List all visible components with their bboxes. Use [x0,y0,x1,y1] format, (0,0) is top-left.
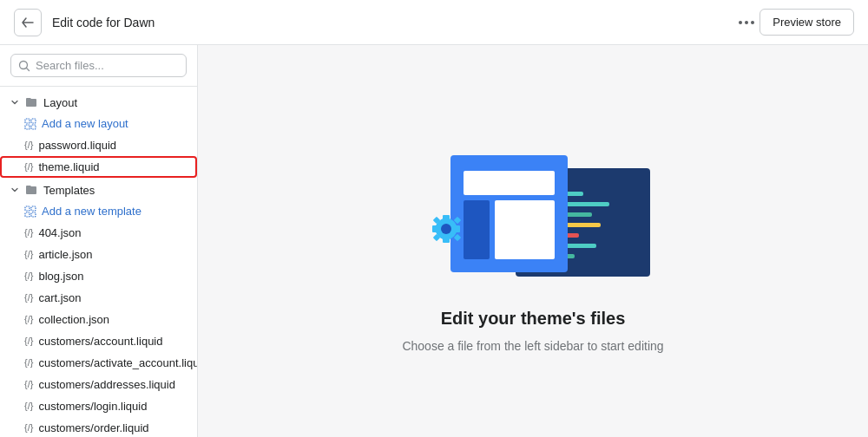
sidebar-scroll: Layout Add a new layout {/} password.liq… [0,87,197,437]
customers-login-item[interactable]: {/} customers/login.liquid [0,395,197,417]
cart-json-label: cart.json [38,291,81,304]
blog-json-label: blog.json [38,270,83,283]
grid-icon-template [24,205,36,218]
liquid-icon-theme: {/} [24,162,33,172]
liquid-icon: {/} [24,140,33,150]
chevron-down-icon [10,98,19,107]
customers-addresses-item[interactable]: {/} customers/addresses.liquid [0,374,197,395]
article-json-item[interactable]: {/} article.json [0,244,197,265]
folder-icon-templates [24,183,38,197]
layout-section-label: Layout [43,96,77,109]
svg-rect-19 [464,200,490,259]
add-template-label: Add a new template [42,205,141,218]
svg-rect-5 [25,206,30,211]
customers-account-item[interactable]: {/} customers/account.liquid [0,330,197,352]
404-json-label: 404.json [38,226,81,239]
svg-rect-18 [464,171,555,195]
search-input[interactable] [36,59,179,72]
blog-json-item[interactable]: {/} blog.json [0,265,197,287]
svg-rect-1 [25,119,30,123]
liquid-icon-collection: {/} [24,315,33,324]
customers-account-label: customers/account.liquid [38,335,162,348]
theme-liquid-label: theme.liquid [38,160,99,173]
customers-order-item[interactable]: {/} customers/order.liquid [0,417,197,437]
liquid-icon-addresses: {/} [24,380,33,389]
sidebar-section-layout[interactable]: Layout [0,90,197,113]
search-input-wrap [10,54,187,77]
theme-illustration [403,129,663,298]
add-template-item[interactable]: Add a new template [0,200,197,222]
grid-icon [24,118,36,130]
svg-rect-2 [31,119,36,123]
add-layout-label: Add a new layout [42,117,128,130]
back-button[interactable] [14,9,42,36]
theme-liquid-item[interactable]: {/} theme.liquid [0,156,197,178]
password-liquid-label: password.liquid [38,139,116,152]
welcome-title-text: Edit your theme's files [441,309,626,328]
dot-2 [745,21,748,24]
404-json-item[interactable]: {/} 404.json [0,222,197,244]
sidebar-section-templates[interactable]: Templates [0,178,197,200]
svg-rect-26 [454,225,460,232]
dot-3 [751,21,754,24]
welcome-title: Edit your theme's files [441,309,626,329]
search-box [0,45,197,87]
sidebar: Layout Add a new layout {/} password.liq… [0,45,198,437]
liquid-icon-article: {/} [24,250,33,259]
svg-rect-20 [495,200,555,259]
welcome-box: Edit your theme's files Choose a file fr… [402,129,663,353]
liquid-icon-activate: {/} [24,358,33,368]
article-json-label: article.json [38,248,92,261]
customers-login-label: customers/login.liquid [38,400,147,413]
svg-point-22 [441,224,451,234]
svg-rect-8 [31,212,36,217]
svg-rect-25 [432,225,438,232]
content-area: Edit your theme's files Choose a file fr… [198,45,868,437]
folder-icon [24,95,38,109]
liquid-icon-cart: {/} [24,293,33,303]
more-options-button[interactable] [733,17,760,28]
svg-rect-6 [31,206,36,211]
dot-1 [739,21,742,24]
header: Edit code for Dawn Preview store [0,0,868,45]
password-liquid-item[interactable]: {/} password.liquid [0,134,197,156]
svg-rect-7 [25,212,30,217]
liquid-icon-order: {/} [24,423,33,433]
customers-activate-item[interactable]: {/} customers/activate_account.liquid [0,352,197,374]
add-layout-item[interactable]: Add a new layout [0,113,197,134]
collection-json-item[interactable]: {/} collection.json [0,309,197,330]
svg-rect-3 [25,125,30,129]
liquid-icon-customers-account: {/} [24,336,33,346]
customers-activate-label: customers/activate_account.liquid [38,356,197,369]
svg-rect-4 [31,125,36,129]
customers-order-label: customers/order.liquid [38,421,148,434]
cart-json-item[interactable]: {/} cart.json [0,287,197,309]
liquid-icon-404: {/} [24,228,33,238]
collection-json-label: collection.json [38,313,109,326]
liquid-icon-blog: {/} [24,271,33,281]
main-layout: Layout Add a new layout {/} password.liq… [0,45,868,437]
svg-rect-24 [443,237,450,243]
page-title: Edit code for Dawn [52,16,728,29]
preview-store-button[interactable]: Preview store [760,9,854,36]
search-icon [18,60,30,72]
customers-addresses-label: customers/addresses.liquid [38,378,175,391]
welcome-subtitle: Choose a file from the left sidebar to s… [402,339,663,353]
svg-rect-23 [443,215,450,221]
chevron-down-icon-templates [10,186,19,194]
templates-section-label: Templates [43,184,95,197]
liquid-icon-login: {/} [24,401,33,411]
